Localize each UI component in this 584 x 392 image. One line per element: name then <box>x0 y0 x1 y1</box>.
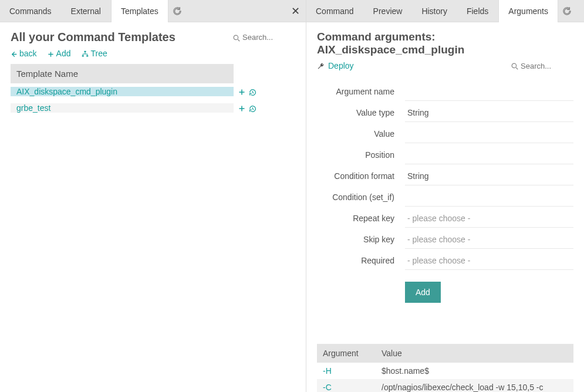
input-condition-setif[interactable] <box>405 188 573 207</box>
history-icon[interactable] <box>249 103 256 113</box>
svg-rect-2 <box>84 51 86 52</box>
tab-preview[interactable]: Preview <box>364 0 413 22</box>
arg-value: /opt/nagios/libexec/check_load -w 15,10,… <box>376 379 573 392</box>
template-name[interactable]: AIX_diskspace_cmd_plugin <box>11 87 234 96</box>
args-row[interactable]: -C /opt/nagios/libexec/check_load -w 15,… <box>317 379 573 392</box>
arrow-left-icon <box>11 49 17 58</box>
table-header: Template Name <box>11 64 234 83</box>
refresh-icon[interactable] <box>558 0 576 22</box>
plus-icon[interactable] <box>238 87 245 96</box>
label-argument-name: Argument name <box>317 87 405 96</box>
tab-commands[interactable]: Commands <box>0 0 62 22</box>
label-required: Required <box>317 256 405 265</box>
arg-name[interactable]: -C <box>317 379 376 392</box>
label-position: Position <box>317 150 405 160</box>
right-tabs-bar: Command Preview History Fields Arguments <box>306 0 584 22</box>
arg-value: $host.name$ <box>376 363 573 379</box>
toolbar: back Add Tree <box>11 49 295 58</box>
svg-line-6 <box>516 67 518 69</box>
select-skip-key[interactable]: - please choose - <box>405 230 573 249</box>
svg-point-0 <box>234 35 238 40</box>
arguments-form: Argument name Value type String Value Po… <box>317 81 573 303</box>
arg-name[interactable]: -H <box>317 363 376 379</box>
plus-icon <box>48 49 54 58</box>
table-row[interactable]: AIX_diskspace_cmd_plugin <box>11 83 295 100</box>
tab-templates[interactable]: Templates <box>111 0 168 22</box>
wrench-icon <box>317 61 325 70</box>
input-position[interactable] <box>405 146 573 164</box>
back-label: back <box>19 49 37 58</box>
label-repeat-key: Repeat key <box>317 214 405 223</box>
close-icon[interactable]: ✕ <box>291 5 300 18</box>
label-value: Value <box>317 129 405 138</box>
title-name: AIX_diskspace_cmd_plugin <box>317 43 464 56</box>
tab-external[interactable]: External <box>62 0 111 22</box>
label-value-type: Value type <box>317 108 405 117</box>
tab-fields[interactable]: Fields <box>457 0 498 22</box>
search-icon <box>233 33 240 42</box>
search-box[interactable] <box>511 62 573 70</box>
refresh-icon[interactable] <box>168 0 186 22</box>
svg-rect-3 <box>82 56 83 57</box>
select-value-type[interactable]: String <box>405 103 573 122</box>
label-skip-key: Skip key <box>317 235 405 244</box>
back-link[interactable]: back <box>11 49 37 58</box>
deploy-link[interactable]: Deploy <box>317 61 354 70</box>
input-argument-name[interactable] <box>405 82 573 101</box>
label-condition-format: Condition format <box>317 171 405 181</box>
label-condition-setif: Condition (set_if) <box>317 192 405 202</box>
search-box[interactable] <box>233 33 295 42</box>
select-required[interactable]: - please choose - <box>405 251 573 270</box>
left-tabs-bar: Commands External Templates ✕ <box>0 0 306 22</box>
title-prefix: Command arguments: <box>317 31 436 43</box>
deploy-label: Deploy <box>328 61 354 70</box>
col-value: Value <box>376 344 573 363</box>
svg-line-1 <box>238 39 239 41</box>
template-name[interactable]: grbe_test <box>11 103 234 113</box>
tree-icon <box>82 49 89 58</box>
add-link[interactable]: Add <box>48 49 71 58</box>
search-icon <box>511 62 518 70</box>
select-condition-format[interactable]: String <box>405 167 573 185</box>
input-value[interactable] <box>405 124 573 143</box>
plus-icon[interactable] <box>238 103 245 113</box>
tab-arguments[interactable]: Arguments <box>498 0 558 22</box>
tree-label: Tree <box>91 49 107 58</box>
arguments-table: Argument Value -H $host.name$ -C /opt/na… <box>317 344 573 392</box>
add-label: Add <box>56 49 71 58</box>
add-button[interactable]: Add <box>405 282 441 303</box>
tree-link[interactable]: Tree <box>82 49 107 58</box>
tab-history[interactable]: History <box>412 0 457 22</box>
col-argument: Argument <box>317 344 376 363</box>
page-title: Command arguments: AIX_diskspace_cmd_plu… <box>317 31 573 56</box>
table-row[interactable]: grbe_test <box>11 100 295 116</box>
args-row[interactable]: -H $host.name$ <box>317 363 573 379</box>
history-icon[interactable] <box>249 87 256 96</box>
select-repeat-key[interactable]: - please choose - <box>405 209 573 228</box>
svg-rect-4 <box>86 56 88 57</box>
tab-command[interactable]: Command <box>306 0 364 22</box>
page-title: All your Command Templates <box>11 31 175 44</box>
search-input[interactable] <box>521 62 573 70</box>
search-input[interactable] <box>242 33 295 42</box>
svg-point-5 <box>512 63 517 68</box>
